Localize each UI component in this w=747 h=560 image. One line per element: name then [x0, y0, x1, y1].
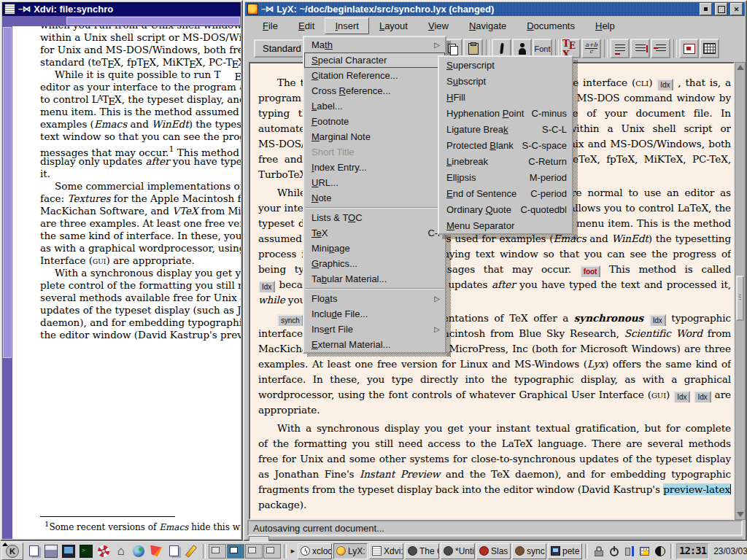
menu-item-minipage[interactable]: Minipage [304, 241, 445, 256]
klipper-tray-button[interactable] [622, 543, 637, 559]
menubar-item-help[interactable]: Help [585, 18, 625, 34]
menubar-item-view[interactable]: View [418, 18, 459, 34]
desktop-launcher[interactable] [42, 543, 60, 559]
windows-launcher[interactable] [165, 543, 182, 559]
menu-item-external-material[interactable]: External Material... [304, 337, 445, 352]
change-depth-icon[interactable] [651, 39, 670, 58]
taskbar-scroll-left-icon[interactable]: ▶ [290, 544, 296, 559]
menu-item-superscript[interactable]: Superscript [439, 57, 572, 73]
display-launcher[interactable] [60, 543, 77, 559]
task-button-sync[interactable]: sync [512, 543, 546, 559]
maximize-button[interactable] [715, 3, 727, 15]
desktop-pager[interactable] [209, 544, 281, 559]
menubar-item-navigate[interactable]: Navigate [459, 18, 516, 34]
xdvi-titlebar[interactable]: –⋈ Xdvi: file:synchro [2, 2, 241, 16]
menu-item-cross-reference[interactable]: Cross Reference... [304, 83, 445, 98]
menu-item-url[interactable]: URL... [304, 175, 445, 190]
xdvi-vscroll-thumb[interactable] [3, 27, 12, 358]
menu-item-graphics[interactable]: Graphics... [304, 256, 445, 271]
insert-footnote-icon[interactable] [610, 39, 630, 58]
help-launcher[interactable] [95, 543, 112, 559]
menu-item-include-file[interactable]: Include File... [304, 306, 445, 322]
desktop-2[interactable] [227, 544, 244, 559]
home-launcher[interactable]: ⌂ [112, 543, 130, 559]
menu-item-short-title[interactable]: Short Title [304, 144, 445, 160]
lcd-clock[interactable]: 12:31 [676, 543, 709, 559]
moon-tray-button[interactable] [652, 543, 667, 559]
insert-figure-icon[interactable] [679, 39, 699, 58]
menu-item-ellipsis[interactable]: EllipsisM-period [439, 169, 572, 185]
menu-item-index-entry[interactable]: Index Entry... [304, 160, 445, 175]
web-launcher[interactable] [130, 543, 147, 559]
menu-item-marginal-note[interactable]: Marginal Note [304, 129, 445, 144]
menubar-item-layout[interactable]: Layout [369, 18, 418, 34]
menu-item-tabular-material[interactable]: Tabular Material... [304, 271, 445, 287]
lyx-titlebar[interactable]: –⋈ LyX: ~/doc/beginlatex/src/synchro.lyx… [245, 2, 745, 16]
menu-item-tex[interactable]: TeXC-l [304, 225, 445, 241]
task-button-pete[interactable]: pete◀ [548, 543, 582, 559]
task-button-lyx[interactable]: LyX: [333, 543, 368, 559]
menu-item-subscript[interactable]: Subscript [439, 73, 572, 89]
menu-item-protected-blank[interactable]: Protected BlankS-C-space [439, 137, 572, 153]
task-button-unti[interactable]: *Unti [441, 543, 475, 559]
menu-item-lists-toc[interactable]: Lists & TOC [304, 210, 445, 225]
task-button-xdvi[interactable]: Xdvi: [369, 543, 403, 559]
sticky-pin-icon[interactable]: –⋈ [18, 5, 31, 13]
scroll-down-icon[interactable] [737, 512, 744, 517]
menu-item-linebreak[interactable]: LinebreakC-Return [439, 153, 572, 169]
document-scrollbar[interactable] [735, 62, 746, 520]
menubar-item-documents[interactable]: Documents [516, 18, 585, 34]
xdvi-vertical-scrollbar[interactable] [2, 26, 13, 539]
console-launcher[interactable] [77, 543, 95, 559]
scroll-up-icon[interactable] [737, 65, 744, 70]
desktop-4[interactable] [263, 544, 281, 559]
menu-item-special-character[interactable]: Special Character [304, 52, 445, 68]
menu-item-footnote[interactable]: Footnote [304, 114, 445, 129]
lock-tray-button[interactable] [591, 543, 606, 559]
footnote-inset[interactable]: foot [580, 265, 600, 277]
task-button-slas[interactable]: Slas [476, 543, 511, 559]
document-horizontal-scrollbar[interactable] [247, 537, 743, 540]
organizer-tray-button[interactable] [637, 543, 652, 559]
sticky-pin-icon[interactable]: –⋈ [261, 5, 274, 13]
menu-item-end-of-sentence[interactable]: End of SentenceC-period [439, 185, 572, 201]
close-button[interactable]: ✕ [730, 3, 743, 15]
menu-item-floats[interactable]: Floats▷ [304, 291, 445, 306]
window-list-launcher[interactable] [25, 543, 42, 559]
minimize-button[interactable] [700, 3, 712, 15]
document-scroll-thumb[interactable] [736, 276, 744, 321]
menu-item-hyphenation-point[interactable]: Hyphenation PointC-minus [439, 105, 572, 121]
desktop-3[interactable] [245, 544, 263, 559]
task-button-xcloc[interactable]: xcloc [298, 543, 332, 559]
menu-item-menu-separator[interactable]: Menu Separator [439, 217, 572, 233]
power-tray-button[interactable] [606, 543, 622, 559]
index-inset[interactable]: Idx [258, 281, 275, 292]
index-inset[interactable]: Idx [673, 391, 690, 402]
k-menu-button[interactable]: K [1, 542, 23, 560]
menu-item-math[interactable]: Math▷ [304, 37, 445, 52]
math-mode-icon[interactable]: a+bc [581, 39, 601, 58]
menu-item-ligature-break[interactable]: Ligature BreakS-C-L [439, 121, 572, 137]
task-button-the-g[interactable]: The G [405, 543, 439, 559]
editor-launcher[interactable] [182, 543, 200, 559]
menu-item-citation-reference[interactable]: Citation Reference... [304, 68, 445, 83]
menu-item-note[interactable]: Note [304, 190, 445, 206]
insert-marginnote-icon[interactable] [630, 39, 650, 58]
mail-launcher[interactable] [147, 543, 165, 559]
menu-item-hfill[interactable]: HFill [439, 89, 572, 105]
menu-item-label[interactable]: Label... [304, 98, 445, 114]
menubar-item-insert[interactable]: Insert [325, 18, 369, 34]
xdvi-hscroll-thumb[interactable] [66, 17, 240, 25]
menu-item-ordinary-quote[interactable]: Ordinary QuoteC-quotedbl [439, 201, 572, 217]
menu-item-insert-file[interactable]: Insert File▷ [304, 322, 445, 337]
date-display[interactable]: 23/03/03 [711, 546, 747, 556]
menubar-item-edit[interactable]: Edit [288, 18, 325, 34]
index-inset[interactable]: Idx [694, 391, 711, 402]
xdvi-horizontal-scrollbar[interactable] [2, 16, 241, 27]
label-inset[interactable]: synch [277, 314, 303, 326]
insert-table-icon[interactable] [700, 39, 719, 58]
index-inset[interactable]: Idx [657, 79, 673, 90]
index-inset[interactable]: Idx [649, 314, 666, 326]
desktop-1[interactable] [209, 544, 226, 559]
menubar-item-file[interactable]: File [252, 18, 288, 34]
